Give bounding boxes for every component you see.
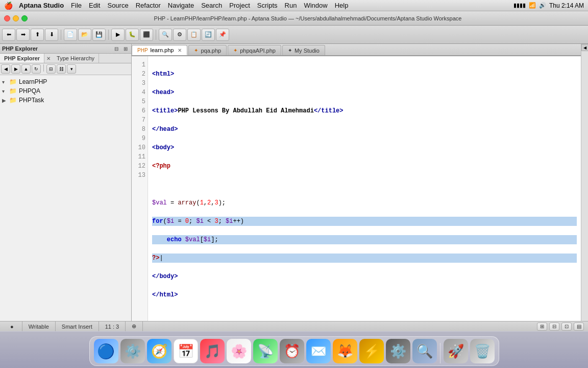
menu-navigate[interactable]: Navigate	[168, 2, 194, 9]
menu-search[interactable]: Search	[201, 2, 222, 9]
menu-refactor[interactable]: Refactor	[136, 2, 161, 9]
menu-window[interactable]: Window	[304, 2, 327, 9]
dock-safari[interactable]: 🧭	[147, 339, 172, 363]
dock-calendar[interactable]: 📅	[174, 339, 198, 363]
toolbar-new[interactable]: 📄	[64, 29, 77, 41]
code-line-6: <?php	[152, 162, 577, 171]
sidebar-expand-btn[interactable]: ⊞	[122, 45, 129, 52]
sidebar-up-btn[interactable]: ▲	[21, 64, 31, 74]
close-button[interactable]	[4, 15, 10, 21]
code-editor[interactable]: 1 2 3 4 5 6 7 8 9 10 11 12 13 <html> <he…	[132, 56, 581, 321]
code-line-5: <body>	[152, 143, 577, 152]
maximize-button[interactable]	[21, 15, 28, 21]
menu-scripts[interactable]: Scripts	[257, 2, 278, 9]
code-content[interactable]: <html> <head> <title>PHP Lessons By Abdu…	[148, 56, 581, 321]
dock-launchpad[interactable]: 🚀	[444, 339, 468, 363]
sidebar-minimize-btn[interactable]: ⊟	[113, 45, 120, 52]
tree-item-learnphp[interactable]: ▾ 📁 LearnPHP	[0, 77, 131, 86]
window-controls	[4, 15, 28, 21]
toolbar-misc-2[interactable]: 🔄	[202, 29, 215, 41]
apple-menu[interactable]: 🍎	[4, 2, 13, 10]
aptana-icon: ⚡	[359, 339, 384, 363]
menu-edit[interactable]: Edit	[89, 2, 100, 9]
sidebar-back-btn[interactable]: ◀	[1, 64, 10, 74]
tree-item-phptask[interactable]: ▶ 📁 PHPTask	[0, 96, 131, 105]
dock-airdrop[interactable]: 📡	[253, 339, 278, 363]
dock-aptana[interactable]: ⚡	[359, 339, 384, 363]
code-line-9: for($i = 0; $i < 3; $i++)	[152, 217, 577, 226]
dock-photos[interactable]: 🌸	[227, 339, 251, 363]
editor-area: PHP learn.php ✕ ✦ pqa.php ✦ phpqaAPI.php…	[132, 44, 581, 321]
dock-finder[interactable]: 🔵	[94, 339, 118, 363]
status-btn-4[interactable]: ▤	[574, 323, 584, 331]
toolbar-run[interactable]: ▶	[111, 29, 125, 41]
tab-php-explorer[interactable]: PHP Explorer	[0, 54, 44, 63]
dock-itunes[interactable]: 🎵	[200, 339, 225, 363]
cursor-position-icon: ⊕	[132, 323, 136, 330]
code-line-3: <title>PHP Lessons By Abdullah Eid Almeh…	[152, 106, 577, 116]
window-title: PHP - LearnPHP/learnPHP/learn.php - Apta…	[32, 15, 584, 21]
dock-gear2[interactable]: ⚙️	[386, 339, 410, 363]
toolbar-btn-2[interactable]: ➡	[16, 29, 30, 41]
editor-tab-mystudio[interactable]: ✦ My Studio	[282, 45, 325, 55]
toolbar-search[interactable]: 🔍	[159, 29, 172, 41]
right-panel: ◀	[581, 44, 588, 321]
dock-spotlight[interactable]: 🔍	[412, 339, 437, 363]
main-content: PHP Explorer ⊟ ⊞ PHP Explorer ✕ Type Hie…	[0, 44, 588, 321]
right-panel-expand[interactable]: ◀	[581, 44, 588, 51]
menu-aptana[interactable]: Aptana Studio	[19, 2, 64, 9]
sidebar-collapse-btn[interactable]: ⊟	[46, 64, 56, 74]
dock: 🔵 ⚙️ 🧭 📅 🎵 🌸 📡 ⏰ ✉️	[89, 336, 499, 366]
menu-project[interactable]: Project	[229, 2, 250, 9]
sidebar-refresh-btn[interactable]: ↻	[32, 64, 41, 74]
minimize-button[interactable]	[13, 15, 19, 21]
tab-icon-learn: PHP	[137, 48, 148, 53]
toolbar-btn-1[interactable]: ⬅	[2, 29, 15, 41]
tab-label-learn: learn.php	[151, 47, 174, 53]
tree-arrow-learnphp: ▾	[2, 79, 9, 85]
menu-run[interactable]: Run	[285, 2, 297, 9]
tab-close-learn[interactable]: ✕	[178, 48, 182, 53]
editor-tabs: PHP learn.php ✕ ✦ pqa.php ✦ phpqaAPI.php…	[132, 44, 581, 56]
status-btn-1[interactable]: ⊞	[537, 323, 547, 331]
toolbar-save[interactable]: 💾	[92, 29, 106, 41]
tab-close-php[interactable]: ✕	[44, 54, 53, 63]
dock-firefox[interactable]: 🦊	[333, 339, 357, 363]
dock-mail[interactable]: ✉️	[306, 339, 331, 363]
sidebar-forward-btn[interactable]: ▶	[11, 64, 20, 74]
status-btn-2[interactable]: ⊟	[549, 323, 559, 331]
menu-right-icons: ▮▮▮▮ 📶 🔊 Thu 2:14 AM	[513, 2, 584, 9]
status-btn-3[interactable]: ⊡	[561, 323, 572, 331]
line-num-4: 4	[134, 88, 145, 97]
line-num-7: 7	[134, 116, 145, 125]
toolbar-debug[interactable]: 🐛	[126, 29, 139, 41]
tree-item-phpqa[interactable]: ▾ 📁 PHPQA	[0, 86, 131, 96]
sidebar-menu-btn[interactable]: ▾	[67, 64, 76, 74]
toolbar-misc-1[interactable]: 📋	[187, 29, 201, 41]
editor-tab-learn-php[interactable]: PHP learn.php ✕	[132, 45, 187, 55]
toolbar-settings[interactable]: ⚙	[173, 29, 186, 41]
separator-1	[61, 30, 61, 40]
tab-icon-studio: ✦	[288, 48, 292, 53]
toolbar-btn-3[interactable]: ⬆	[31, 29, 44, 41]
toolbar-stop[interactable]: ⬛	[140, 29, 153, 41]
menu-help[interactable]: Help	[335, 2, 349, 9]
menu-file[interactable]: File	[71, 2, 82, 9]
toolbar-misc-3[interactable]: 📌	[216, 29, 229, 41]
separator-3	[156, 30, 156, 40]
menu-source[interactable]: Source	[107, 2, 128, 9]
line-num-10: 10	[134, 143, 145, 152]
editor-tab-pqa[interactable]: ✦ pqa.php	[188, 45, 227, 55]
dock-trash[interactable]: 🗑️	[470, 339, 495, 363]
dock-system-prefs[interactable]: ⚙️	[120, 339, 145, 363]
sidebar-link-btn[interactable]: ⛓	[57, 64, 66, 74]
line-num-3: 3	[134, 79, 145, 88]
toolbar-open[interactable]: 📂	[78, 29, 91, 41]
tab-type-hierarchy[interactable]: Type Hierarchy	[53, 54, 99, 63]
dock-timemachine[interactable]: ⏰	[280, 339, 304, 363]
toolbar-btn-4[interactable]: ⬇	[45, 29, 58, 41]
line-num-12: 12	[134, 162, 145, 171]
line-num-5: 5	[134, 97, 145, 106]
status-position: 11 : 3	[99, 321, 126, 331]
editor-tab-phpqa-api[interactable]: ✦ phpqaAPI.php	[228, 45, 281, 55]
